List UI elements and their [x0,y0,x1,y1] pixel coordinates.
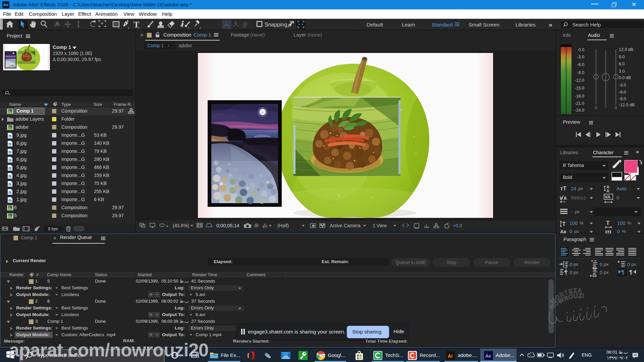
svg-text:0;00;05;14: 0;00;05;14 [216,223,239,228]
svg-text:(Half): (Half) [277,223,289,228]
svg-text:Libraries: Libraries [516,22,536,27]
svg-text:Active Camera: Active Camera [330,223,361,228]
svg-text:A: A [606,189,609,193]
svg-text:Learn: Learn [402,22,415,27]
svg-text:1 View: 1 View [373,223,387,228]
svg-text:VA: VA [605,194,611,199]
svg-text:Default: Default [367,22,383,27]
svg-text:0: 0 [595,106,597,110]
svg-text:+0.0: +0.0 [453,223,462,228]
svg-text:T: T [606,220,610,226]
svg-text:8 bpc: 8 bpc [48,227,58,231]
svg-text:V: V [559,195,563,201]
svg-text:T: T [562,221,566,227]
svg-text:Snapping: Snapping [265,22,287,27]
svg-text:T: T [133,20,139,29]
svg-text:0: 0 [614,106,617,110]
svg-text:Small Screen: Small Screen [469,22,499,27]
svg-text:(45.8%): (45.8%) [173,223,189,228]
svg-text:Standard: Standard [432,22,453,27]
svg-text:A: A [564,195,567,201]
svg-text:Ai: Ai [448,353,452,359]
svg-text:Ae: Ae [485,353,491,359]
svg-text:»: » [549,21,552,28]
svg-text:Search Help: Search Help [572,22,601,27]
svg-text:¶: ¶ [629,269,632,276]
svg-text:NOWROUZI: NOWROUZI [548,292,585,311]
svg-text:¶: ¶ [621,269,624,276]
